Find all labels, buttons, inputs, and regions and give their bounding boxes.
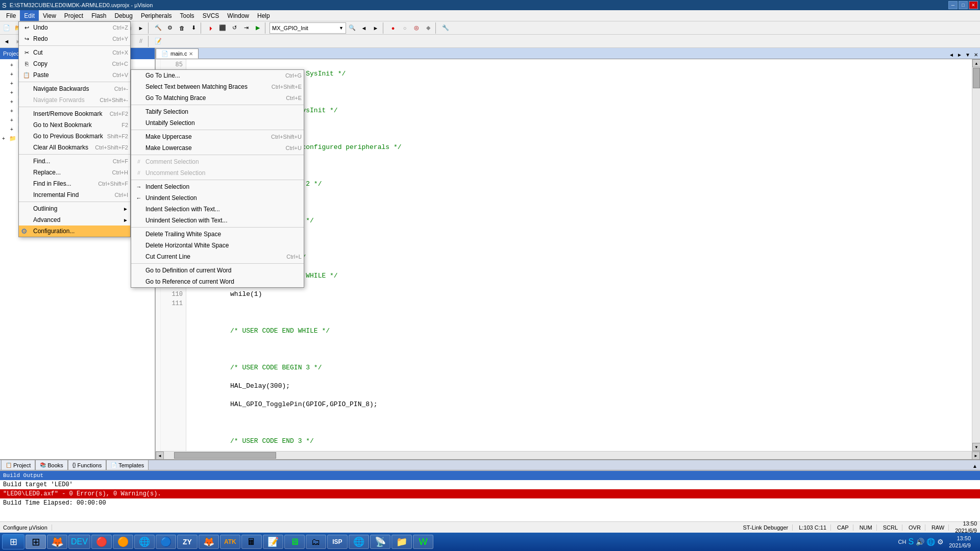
bookmark-btn[interactable]: 🔖 [30,36,41,47]
start-button[interactable]: ⊞ [2,534,24,549]
fwd-button2[interactable]: ► [13,36,24,47]
tab-scroll-left-button[interactable]: ◄ [947,51,955,59]
undo-button[interactable]: ↩ [94,22,106,34]
tree-item-dma-ex[interactable]: + 📄 stm32f4xx_hal_dma_ex.c [0,69,155,79]
tree-item-pwr[interactable]: + 📄 stm32f4xx_hal_pwr.c [0,88,155,97]
taskbar-app-edit[interactable]: 📝 [263,535,283,549]
taskbar-app-dev[interactable]: DEV [68,535,90,549]
tree-item-pwr-ex[interactable]: + 📄 stm32f4xx_hal_pwr_ex.c [0,97,155,106]
taskbar-app-blue[interactable]: 🔵 [156,535,176,549]
taskbar-app-fire[interactable]: 🦊 [47,535,67,549]
menu-tools[interactable]: Tools [176,10,199,21]
search-button[interactable]: 🔍 [347,22,358,34]
prev-func-button[interactable]: ◄ [358,22,370,34]
taskbar-app-1[interactable]: ⊞ [26,535,46,549]
hscroll-thumb[interactable] [174,452,276,459]
unindent-btn[interactable]: ← [106,36,117,47]
taskbar-app-prog[interactable]: 📡 [370,535,390,549]
taskbar-app-files[interactable]: 🗂 [306,535,326,549]
scroll-down-button[interactable]: ▼ [972,443,980,451]
comment-btn[interactable]: // [124,36,135,47]
taskbar-app-ff[interactable]: 🦊 [199,535,219,549]
taskbar-app-orange[interactable]: 🟠 [113,535,133,549]
menu-edit[interactable]: Edit [20,10,39,21]
horizontal-scrollbar[interactable]: ◄ ► [156,451,980,459]
close-editor-button[interactable]: ✕ [972,51,980,59]
code-editor[interactable]: 85 86 87 88 89 90 91 92 93 94 95 96 97 9… [156,59,980,451]
view-settings-button[interactable]: 🔧 [440,22,451,34]
copy-button[interactable]: ⎘ [65,22,77,34]
editor-tab-main[interactable]: 📄 main.c ✕ [156,48,199,59]
taskbar-app-vt[interactable]: 🖥 [284,535,305,549]
menu-window[interactable]: Window [223,10,253,21]
tree-item-hal[interactable]: + 📄 stm32f4xx_hal.c [0,115,155,124]
taskbar-app-word[interactable]: W [413,535,433,549]
template-btn[interactable]: 📝 [153,36,164,47]
open-file-button[interactable]: 📂 [13,22,24,34]
build-button[interactable]: 🔨 [153,22,164,34]
menu-help[interactable]: Help [253,10,274,21]
save-file-button[interactable]: 💾 [24,22,36,34]
maximize-button[interactable]: □ [959,1,968,9]
tab-books[interactable]: 📚 Books [35,460,68,470]
mem-button[interactable]: ◆ [423,22,434,34]
run-button[interactable]: ▶ [252,22,263,34]
hscroll-right-button[interactable]: ► [972,452,980,459]
scroll-track[interactable] [972,67,980,443]
menu-peripherals[interactable]: Peripherals [137,10,176,21]
vertical-scrollbar[interactable]: ▲ ▼ [972,59,980,451]
clean-button[interactable]: 🗑 [176,22,187,34]
taskbar-app-chrome[interactable]: 🌐 [134,535,155,549]
tree-item-exti[interactable]: + 📄 stm32f4xx_hal_exti.c [0,124,155,134]
menu-project[interactable]: Project [60,10,87,21]
back-button2[interactable]: ◄ [1,36,12,47]
tab-functions[interactable]: {} Functions [68,460,106,470]
stop-debug-button[interactable]: ⬛ [217,22,228,34]
bookmark-btn5[interactable]: ↓ [77,36,88,47]
tree-item-dma[interactable]: + 📄 stm32f4xx_hal_dma.c [0,79,155,88]
taskbar-app-ie[interactable]: 🌐 [349,535,369,549]
function-dropdown[interactable]: MX_GPIO_Init ▼ [270,22,346,34]
debug-run-button[interactable]: ● [387,22,399,34]
trace-button[interactable]: ○ [399,22,410,34]
rebuild-button[interactable]: ⚙ [164,22,176,34]
scroll-thumb[interactable] [973,68,980,88]
bookmark-btn4[interactable]: 🔖 [65,36,77,47]
tab-project[interactable]: 📋 Project [1,460,35,470]
menu-view[interactable]: View [39,10,60,21]
bookmark-btn3[interactable]: 🔖 [54,36,65,47]
next-func-button[interactable]: ► [370,22,381,34]
save-all-button[interactable]: 🗃 [36,22,47,34]
taskbar-app-atk[interactable]: ATK [220,535,240,549]
reset-button[interactable]: ↺ [229,22,240,34]
menu-file[interactable]: File [2,10,20,21]
taskbar-settings-icon[interactable]: ⚙ [937,538,944,546]
start-debug-button[interactable]: ⏵ [205,22,216,34]
code-text[interactable]: /* USER CODE BEGIN SysInit */ /* USER CO… [186,59,972,451]
tab-templates[interactable]: 📄 Templates [106,460,149,470]
redo-button[interactable]: ↪ [106,22,117,34]
tab-list-button[interactable]: ▼ [964,51,972,59]
tree-item-cmsis[interactable]: + 📁 Drivers/CMSIS [0,134,155,143]
step-over-button[interactable]: ⇥ [240,22,252,34]
taskbar-app-calc[interactable]: 🖩 [241,535,262,549]
taskbar-net-icon[interactable]: 🌐 [926,538,935,546]
watch-button[interactable]: ◎ [411,22,422,34]
hscroll-track[interactable] [164,452,972,459]
tab-close-button[interactable]: ✕ [189,51,193,57]
tab-scroll-right-button[interactable]: ► [955,51,964,59]
paste-button[interactable]: 📋 [77,22,88,34]
nav-fwd-button[interactable]: ► [135,22,146,34]
menu-flash[interactable]: Flash [87,10,110,21]
taskbar-vol-icon[interactable]: 🔊 [916,538,924,546]
uncomment-btn[interactable]: // [135,36,146,47]
tree-item-cortex[interactable]: + 📄 stm32f4xx_hal_cortex.c [0,106,155,115]
scroll-up-button[interactable]: ▲ [972,59,980,67]
bookmark-btn2[interactable]: 🔖 [42,36,53,47]
close-button[interactable]: ✕ [969,1,978,9]
taskbar-app-folder[interactable]: 📁 [391,535,412,549]
nav-back-button[interactable]: ◄ [124,22,135,34]
download-button[interactable]: ⬇ [188,22,199,34]
tree-item-gpio[interactable]: + 📄 stm32f4xx_hal_gpio.c [0,60,155,69]
menu-svcs[interactable]: SVCS [199,10,224,21]
